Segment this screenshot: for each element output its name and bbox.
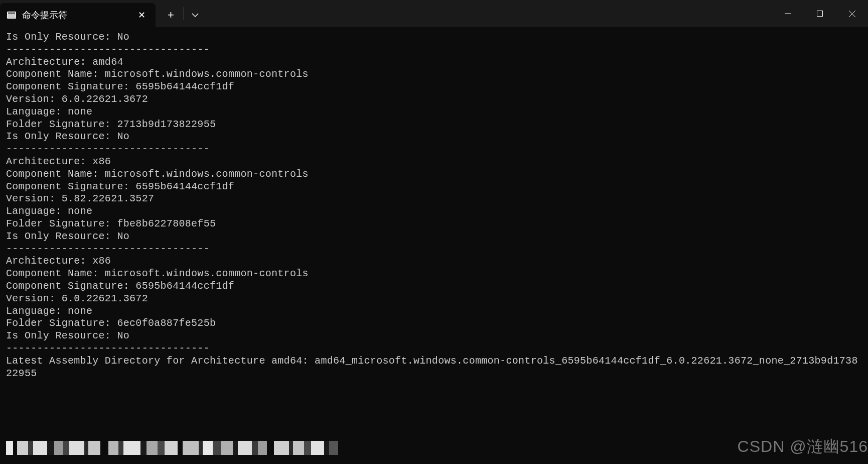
output-line: Language: none xyxy=(6,305,92,317)
output-line: Component Signature: 6595b64144ccf1df xyxy=(6,81,234,92)
output-line: Is Only Resource: No xyxy=(6,131,129,142)
output-line: Version: 6.0.22621.3672 xyxy=(6,293,148,304)
output-line: Language: none xyxy=(6,205,92,217)
output-line: Version: 6.0.22621.3672 xyxy=(6,93,148,105)
tab-actions: + xyxy=(156,0,206,27)
close-window-button[interactable] xyxy=(836,0,868,27)
output-line: Component Signature: 6595b64144ccf1df xyxy=(6,280,234,292)
output-line: Architecture: x86 xyxy=(6,255,111,267)
cmd-icon xyxy=(7,12,16,19)
svg-rect-1 xyxy=(817,11,823,17)
tab-title: 命令提示符 xyxy=(22,9,128,21)
output-line: Is Only Resource: No xyxy=(6,330,129,341)
terminal-output[interactable]: Is Only Resource: No -------------------… xyxy=(0,27,868,384)
output-separator: --------------------------------- xyxy=(6,143,210,155)
output-separator: --------------------------------- xyxy=(6,44,210,55)
new-tab-button[interactable]: + xyxy=(160,5,182,26)
window-controls xyxy=(772,0,868,27)
minimize-button[interactable] xyxy=(772,0,804,27)
tab-divider xyxy=(183,7,184,20)
output-line: Folder Signature: fbe8b6227808ef55 xyxy=(6,218,216,229)
redacted-text xyxy=(6,441,357,455)
terminal-tab[interactable]: 命令提示符 ✕ xyxy=(0,3,156,27)
output-line: Component Name: microsoft.windows.common… xyxy=(6,268,309,279)
close-tab-icon[interactable]: ✕ xyxy=(134,8,150,23)
output-line: Component Name: microsoft.windows.common… xyxy=(6,168,309,180)
watermark: CSDN @涟幽516 xyxy=(738,436,868,458)
maximize-button[interactable] xyxy=(804,0,836,27)
titlebar: 命令提示符 ✕ + xyxy=(0,0,868,27)
output-separator: --------------------------------- xyxy=(6,243,210,255)
output-line: Version: 5.82.22621.3527 xyxy=(6,193,154,204)
output-line: Component Name: microsoft.windows.common… xyxy=(6,68,309,80)
output-line: Folder Signature: 6ec0f0a887fe525b xyxy=(6,317,216,329)
output-line: Language: none xyxy=(6,106,92,118)
output-line: Architecture: amd64 xyxy=(6,56,123,68)
output-line: Component Signature: 6595b64144ccf1df xyxy=(6,181,234,192)
output-line: Folder Signature: 2713b9d173822955 xyxy=(6,119,216,130)
output-line: Is Only Resource: No xyxy=(6,230,129,242)
tab-dropdown-icon[interactable] xyxy=(185,7,206,23)
output-line: Is Only Resource: No xyxy=(6,31,129,43)
output-separator: --------------------------------- xyxy=(6,342,210,354)
output-line: Latest Assembly Directory for Architectu… xyxy=(6,355,858,379)
output-line: Architecture: x86 xyxy=(6,156,111,167)
